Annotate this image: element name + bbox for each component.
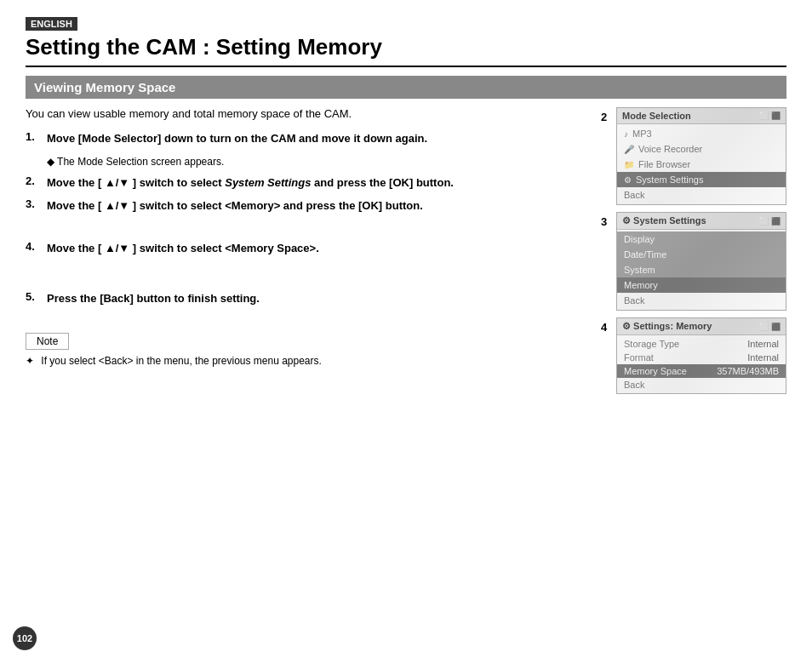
mic-icon: 🎤 xyxy=(624,145,634,154)
step-2-italic: System Settings xyxy=(225,176,311,189)
step-1-number: 1. xyxy=(26,130,43,143)
note-section: Note ✦ If you select <Back> in the menu,… xyxy=(26,324,582,367)
panel-3-header: ⚙ System Settings ⬜⬛ xyxy=(617,213,786,230)
panel-4-icons: ⬜⬛ xyxy=(759,323,781,331)
step-2: 2. Move the [ ▲/▼ ] switch to select Sys… xyxy=(26,174,582,191)
panel-item-back-2: Back xyxy=(617,187,786,203)
panel-settings-memory: ⚙ Settings: Memory ⬜⬛ Storage Type Inter… xyxy=(616,317,786,394)
step-3-text: Move the [ ▲/▼ ] switch to select <Memor… xyxy=(47,197,423,214)
page-number: 102 xyxy=(13,626,37,650)
panel-item-mp3: ♪ MP3 xyxy=(617,126,786,141)
panel-item-memory: Memory xyxy=(617,277,786,293)
step-4-text: Move the [ ▲/▼ ] switch to select <Memor… xyxy=(47,240,319,257)
step-1-sub: ◆ The Mode Selection screen appears. xyxy=(47,156,582,168)
panel-2-icons: ⬜⬛ xyxy=(759,111,781,120)
panel-4-number: 4 xyxy=(601,321,607,334)
note-label: Note xyxy=(37,335,58,347)
panel-item-datetime: Date/Time xyxy=(617,247,786,262)
panel-4-header: ⚙ Settings: Memory ⬜⬛ xyxy=(617,318,786,335)
music-icon: ♪ xyxy=(624,129,628,139)
step-5: 5. Press the [Back] button to finish set… xyxy=(26,290,582,307)
panel-item-settings: ⚙ System Settings xyxy=(617,172,786,187)
panel-row-back-4: Back xyxy=(617,378,786,392)
step-4-number: 4. xyxy=(26,240,43,253)
panel-item-browser: 📁 File Browser xyxy=(617,157,786,172)
step-2-number: 2. xyxy=(26,174,43,187)
panel-item-voice: 🎤 Voice Recorder xyxy=(617,141,786,157)
step-3: 3. Move the [ ▲/▼ ] switch to select <Me… xyxy=(26,197,582,214)
left-content: You can view usable memory and total mem… xyxy=(26,107,582,401)
panel-3-body: Display Date/Time System Memory Back xyxy=(617,230,786,310)
panel-3-title: ⚙ System Settings xyxy=(622,215,706,226)
panel-row-memory-space: Memory Space 357MB/493MB xyxy=(617,364,786,378)
step-2-text: Move the [ ▲/▼ ] switch to select System… xyxy=(47,174,454,191)
panel-system-settings: ⚙ System Settings ⬜⬛ Display Date/Time xyxy=(616,212,786,311)
panel-2-header: Mode Selection ⬜⬛ xyxy=(617,108,786,124)
panel-4-title: ⚙ Settings: Memory xyxy=(622,321,712,332)
panel-mode-selection: Mode Selection ⬜⬛ ♪ MP3 🎤 Voice Recorder xyxy=(616,107,786,205)
panel-row-format: Format Internal xyxy=(617,351,786,364)
step-5-text: Press the [Back] button to finish settin… xyxy=(47,290,260,307)
folder-icon: 📁 xyxy=(624,160,634,169)
note-box: Note xyxy=(26,333,69,350)
right-panels: 2 Mode Selection ⬜⬛ ♪ MP3 xyxy=(599,107,786,401)
panel-4-wrapper: 4 ⚙ Settings: Memory ⬜⬛ Storage Type Int… xyxy=(616,317,786,394)
panel-item-display: Display xyxy=(617,231,786,247)
language-tag: ENGLISH xyxy=(26,17,786,34)
step-4: 4. Move the [ ▲/▼ ] switch to select <Me… xyxy=(26,240,582,257)
lang-label: ENGLISH xyxy=(26,17,77,31)
step-1: 1. Move [Mode Selector] down to turn on … xyxy=(26,130,582,147)
step-3-number: 3. xyxy=(26,197,43,210)
panel-item-system: System xyxy=(617,262,786,277)
section-header: Viewing Memory Space xyxy=(26,76,786,99)
intro-text: You can view usable memory and total mem… xyxy=(26,107,582,120)
panel-2-title: Mode Selection xyxy=(622,111,691,121)
note-text: ✦ If you select <Back> in the menu, the … xyxy=(26,355,582,367)
panel-2-number: 2 xyxy=(601,111,607,123)
panel-3-number: 3 xyxy=(601,215,607,228)
panel-4-body: Storage Type Internal Format Internal Me… xyxy=(617,335,786,393)
step-5-number: 5. xyxy=(26,290,43,303)
panel-2-body: ♪ MP3 🎤 Voice Recorder 📁 File Browser xyxy=(617,124,786,204)
panel-2-wrapper: 2 Mode Selection ⬜⬛ ♪ MP3 xyxy=(616,107,786,205)
panel-3-wrapper: 3 ⚙ System Settings ⬜⬛ Display xyxy=(616,212,786,311)
settings-icon: ⚙ xyxy=(624,175,632,185)
step-1-text: Move [Mode Selector] down to turn on the… xyxy=(47,132,427,145)
note-item-1: If you select <Back> in the menu, the pr… xyxy=(41,355,322,367)
page-title: Setting the CAM : Setting Memory xyxy=(26,34,786,67)
panel-item-back-3: Back xyxy=(617,293,786,308)
panel-row-storage: Storage Type Internal xyxy=(617,337,786,351)
panel-3-icons: ⬜⬛ xyxy=(759,217,781,226)
